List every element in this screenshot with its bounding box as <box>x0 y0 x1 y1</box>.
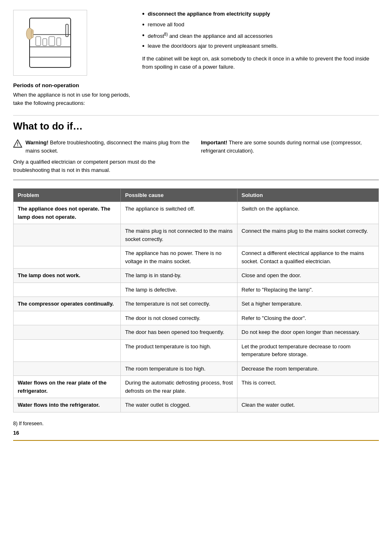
warning-text: Warning! Before troubleshooting, disconn… <box>25 139 191 155</box>
solution-cell: Decrease the room temperature. <box>237 361 378 376</box>
table-row: The appliance has no power. There is no … <box>14 246 379 269</box>
problem-cell: The appliance does not operate. The lamp… <box>14 202 121 224</box>
table-row: The door has been opened too frequently.… <box>14 325 379 340</box>
problem-cell: Water flows on the rear plate of the ref… <box>14 376 121 398</box>
cause-cell: The door is not closed correctly. <box>121 311 237 325</box>
list-item: remove all food <box>142 21 379 29</box>
table-row: The room temperature is too high.Decreas… <box>14 361 379 376</box>
problem-cell <box>14 311 121 325</box>
solution-cell: Connect a different electrical appliance… <box>237 246 378 269</box>
table-row: The lamp is defective.Refer to "Replacin… <box>14 283 379 297</box>
cause-cell: The water outlet is clogged. <box>121 398 237 412</box>
problem-cell <box>14 361 121 376</box>
solution-cell: Connect the mains plug to the mains sock… <box>237 224 378 246</box>
problem-cell <box>14 246 121 269</box>
list-item: leave the door/doors ajar to prevent unp… <box>142 42 379 51</box>
svg-rect-12 <box>57 38 61 46</box>
cause-cell: The appliance is switched off. <box>121 202 237 224</box>
section-divider <box>13 115 379 116</box>
table-head: Problem Possible cause Solution <box>14 189 379 202</box>
solution-cell: Refer to "Closing the door". <box>237 311 378 325</box>
solution-cell: Refer to "Replacing the lamp". <box>237 283 378 297</box>
solution-cell: Clean the water outlet. <box>237 398 378 412</box>
warning-left: ! Warning! Before troubleshooting, disco… <box>13 139 191 174</box>
svg-rect-9 <box>36 37 41 46</box>
non-operation-text: When the appliance is not in use for lon… <box>13 91 132 107</box>
warning-strong: Warning! <box>25 139 48 146</box>
cause-cell: The room temperature is too high. <box>121 361 237 376</box>
solution-cell: Switch on the appliance. <box>237 202 378 224</box>
top-section: Periods of non-operation When the applia… <box>13 10 379 107</box>
section-title: What to do if… <box>13 120 379 132</box>
table-body: The appliance does not operate. The lamp… <box>14 202 379 412</box>
table-row: The appliance does not operate. The lamp… <box>14 202 379 224</box>
table-row: Water flows on the rear plate of the ref… <box>14 376 379 398</box>
cause-cell: The door has been opened too frequently. <box>121 325 237 340</box>
bottom-rule <box>13 440 379 441</box>
solution-cell: Do not keep the door open longer than ne… <box>237 325 378 340</box>
important-strong: Important! <box>201 139 227 146</box>
svg-rect-11 <box>49 37 55 46</box>
right-column: disconnect the appliance from electricit… <box>142 10 379 107</box>
svg-rect-10 <box>43 39 47 46</box>
problem-cell: The compressor operates continually. <box>14 297 121 311</box>
table-row: The product temperature is too high.Let … <box>14 339 379 361</box>
table-row: The mains plug is not connected to the m… <box>14 224 379 246</box>
col-header-solution: Solution <box>237 189 378 202</box>
list-item-text: leave the door/doors ajar to prevent unp… <box>148 42 278 50</box>
footnote: 8) If foreseen. <box>13 421 379 426</box>
troubleshooting-table: Problem Possible cause Solution The appl… <box>13 188 379 412</box>
list-item-text: defrost8) and clean the appliance and al… <box>148 31 273 40</box>
col-header-problem: Problem <box>14 189 121 202</box>
solution-cell: Close and open the door. <box>237 269 378 283</box>
non-operation-title: Periods of non-operation <box>13 82 132 88</box>
table-row: The compressor operates continually.The … <box>14 297 379 311</box>
warning-text-after: Before troubleshooting, disconnect the m… <box>25 139 189 154</box>
cause-cell: During the automatic defrosting process,… <box>121 376 237 398</box>
cause-cell: The temperature is not set correctly. <box>121 297 237 311</box>
table-row: Water flows into the refrigerator.The wa… <box>14 398 379 412</box>
cabinet-note: If the cabinet will be kept on, ask some… <box>142 55 379 71</box>
table-header-row: Problem Possible cause Solution <box>14 189 379 202</box>
cause-cell: The product temperature is too high. <box>121 339 237 361</box>
warning-right: Important! There are some sounds during … <box>201 139 379 174</box>
problem-cell <box>14 325 121 340</box>
col-header-cause: Possible cause <box>121 189 237 202</box>
problem-cell <box>14 339 121 361</box>
appliance-image <box>13 10 87 76</box>
problem-cell <box>14 283 121 297</box>
solution-cell: Let the product temperature decrease to … <box>237 339 378 361</box>
page-number: 16 <box>13 430 379 436</box>
warning-icon: ! <box>13 139 22 148</box>
cause-cell: The lamp is in stand-by. <box>121 269 237 283</box>
important-text: Important! There are some sounds during … <box>201 139 379 155</box>
svg-text:!: ! <box>17 141 18 147</box>
solution-cell: Set a higher temperature. <box>237 297 378 311</box>
solution-cell: This is correct. <box>237 376 378 398</box>
left-column: Periods of non-operation When the applia… <box>13 10 132 107</box>
cause-cell: The mains plug is not connected to the m… <box>121 224 237 246</box>
appliance-svg <box>17 14 83 72</box>
warning-box: ! Warning! Before troubleshooting, disco… <box>13 139 191 155</box>
cause-cell: The appliance has no power. There is no … <box>121 246 237 269</box>
table-row: The door is not closed correctly.Refer t… <box>14 311 379 325</box>
table-row: The lamp does not work.The lamp is in st… <box>14 269 379 283</box>
instruction-list: disconnect the appliance from electricit… <box>142 10 379 51</box>
problem-cell: The lamp does not work. <box>14 269 121 283</box>
list-item-text: disconnect the appliance from electricit… <box>148 10 270 18</box>
problem-cell: Water flows into the refrigerator. <box>14 398 121 412</box>
svg-rect-6 <box>31 30 33 38</box>
warning-section: ! Warning! Before troubleshooting, disco… <box>13 139 379 180</box>
warning-qualified: Only a qualified electrician or competen… <box>13 158 191 174</box>
list-item: defrost8) and clean the appliance and al… <box>142 31 379 40</box>
list-item: disconnect the appliance from electricit… <box>142 10 379 19</box>
footnote-sup: 8) <box>164 32 168 37</box>
problem-cell <box>14 224 121 246</box>
list-item-text: remove all food <box>148 21 184 29</box>
cause-cell: The lamp is defective. <box>121 283 237 297</box>
